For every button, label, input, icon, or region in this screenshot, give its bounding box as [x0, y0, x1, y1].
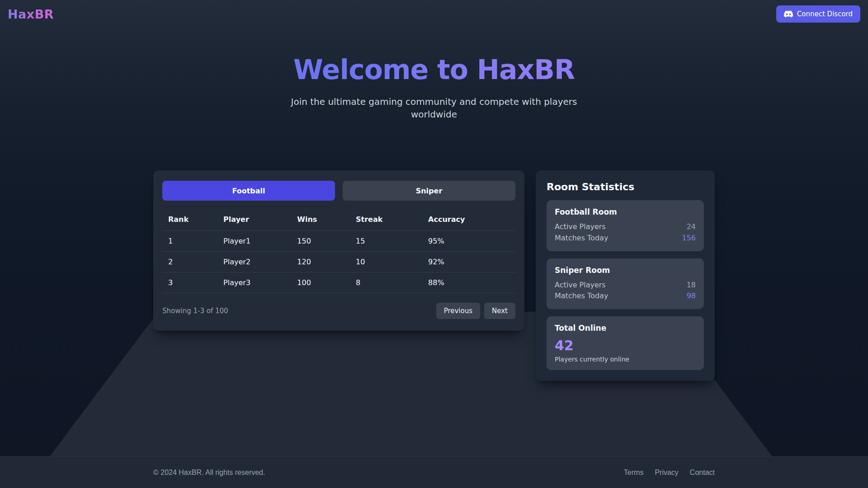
hero-subtitle: Join the ultimate gaming community and c… [285, 95, 583, 121]
copyright-text: © 2024 HaxBR. All rights reserved. [153, 469, 265, 477]
column-header-player: Player [223, 211, 297, 231]
room-statistics-panel: Room Statistics Football Room Active Pla… [536, 170, 715, 381]
football-room-card: Football Room Active Players 24 Matches … [547, 200, 704, 251]
cell-accuracy: 88% [428, 272, 515, 293]
top-bar: HaxBR Connect Discord [0, 0, 868, 28]
cell-accuracy: 92% [428, 252, 515, 272]
stat-row: Matches Today 156 [555, 233, 696, 244]
cell-rank: 1 [162, 231, 223, 252]
previous-button[interactable]: Previous [436, 303, 480, 319]
stat-row: Matches Today 98 [555, 291, 696, 302]
table-row: 3 Player3 100 8 88% [162, 272, 515, 293]
tab-sniper[interactable]: Sniper [343, 181, 515, 201]
room-name: Sniper Room [555, 266, 696, 275]
stat-row: Active Players 18 [555, 280, 696, 291]
stat-row: Active Players 24 [555, 221, 696, 233]
main-content: Football Sniper Rank Player Wins Streak … [153, 170, 715, 381]
cell-accuracy: 95% [428, 231, 515, 252]
page-title: Welcome to HaxBR [293, 54, 575, 85]
cell-wins: 150 [297, 231, 356, 252]
cell-streak: 10 [356, 252, 428, 272]
stat-label: Active Players [555, 280, 606, 291]
leaderboard-card: Football Sniper Rank Player Wins Streak … [153, 170, 524, 331]
column-header-rank: Rank [162, 211, 223, 231]
footer-links: Terms Privacy Contact [624, 469, 715, 477]
footer-link-contact[interactable]: Contact [690, 469, 715, 477]
logo[interactable]: HaxBR [8, 7, 54, 21]
cell-streak: 8 [356, 272, 428, 293]
leaderboard-tabs: Football Sniper [162, 181, 515, 201]
total-online-title: Total Online [555, 324, 696, 333]
cell-wins: 120 [297, 252, 356, 272]
cell-wins: 100 [297, 272, 356, 293]
cell-rank: 3 [162, 272, 223, 293]
footer: © 2024 HaxBR. All rights reserved. Terms… [0, 456, 868, 488]
footer-inner: © 2024 HaxBR. All rights reserved. Terms… [153, 469, 715, 477]
connect-discord-button[interactable]: Connect Discord [776, 5, 860, 23]
column-header-streak: Streak [356, 211, 428, 231]
next-button[interactable]: Next [484, 303, 515, 319]
column-header-accuracy: Accuracy [428, 211, 515, 231]
pagination: Showing 1-3 of 100 Previous Next [162, 303, 515, 319]
total-online-card: Total Online 42 Players currently online [547, 316, 704, 370]
hero-section: Welcome to HaxBR Join the ultimate gamin… [0, 28, 868, 121]
cell-player: Player3 [223, 272, 297, 293]
stat-value: 156 [682, 233, 696, 244]
footer-link-terms[interactable]: Terms [624, 469, 644, 477]
cell-streak: 15 [356, 231, 428, 252]
tab-football[interactable]: Football [162, 181, 335, 201]
cell-rank: 2 [162, 252, 223, 272]
stat-label: Matches Today [555, 291, 608, 302]
column-header-wins: Wins [297, 211, 356, 231]
total-online-caption: Players currently online [555, 356, 696, 363]
cell-player: Player2 [223, 252, 297, 272]
pagination-summary: Showing 1-3 of 100 [162, 307, 228, 315]
table-header-row: Rank Player Wins Streak Accuracy [162, 211, 515, 231]
leaderboard-table: Rank Player Wins Streak Accuracy 1 Playe… [162, 211, 515, 293]
stat-value: 98 [687, 291, 696, 302]
footer-link-privacy[interactable]: Privacy [655, 469, 678, 477]
discord-icon [784, 9, 793, 19]
pagination-buttons: Previous Next [436, 303, 515, 319]
stat-value: 24 [687, 221, 696, 233]
stat-label: Active Players [555, 221, 606, 233]
table-row: 1 Player1 150 15 95% [162, 231, 515, 252]
room-name: Football Room [555, 207, 696, 216]
sniper-room-card: Sniper Room Active Players 18 Matches To… [547, 258, 704, 310]
cell-player: Player1 [223, 231, 297, 252]
table-row: 2 Player2 120 10 92% [162, 252, 515, 272]
stat-value: 18 [687, 280, 696, 291]
connect-discord-label: Connect Discord [797, 10, 853, 18]
stat-label: Matches Today [555, 233, 608, 244]
total-online-value: 42 [555, 338, 696, 353]
room-statistics-title: Room Statistics [547, 181, 704, 192]
